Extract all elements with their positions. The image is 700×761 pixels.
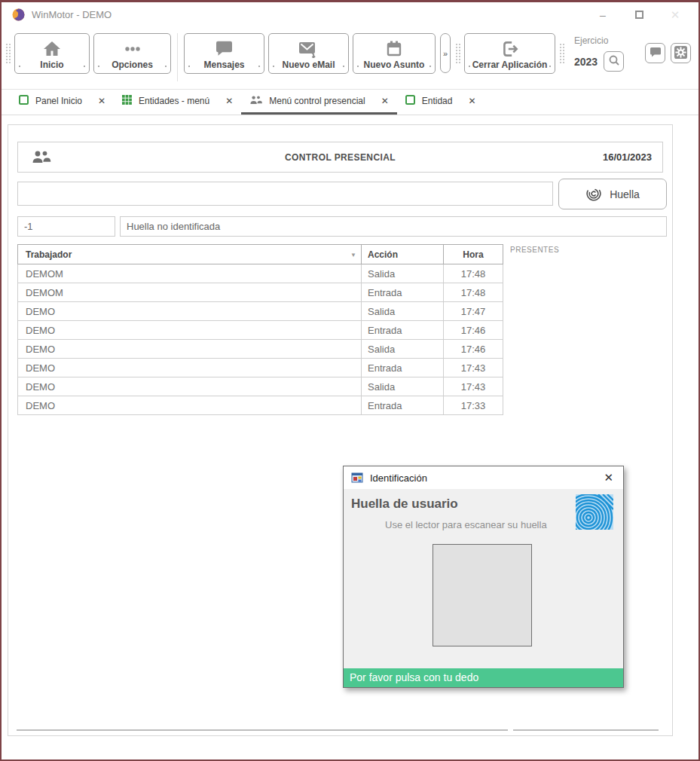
minimize-button[interactable]: – [595, 9, 611, 21]
cell-trabajador: DEMO [18, 340, 362, 359]
table-header-row: ▼ Trabajador Acción Hora [18, 245, 503, 264]
nuevo-email-button[interactable]: Nuevo eMail [268, 33, 349, 74]
email-icon [298, 38, 319, 60]
huella-button-label: Huella [610, 188, 640, 200]
mensajes-button[interactable]: Mensajes [184, 33, 264, 74]
table-row[interactable]: DEMOEntrada17:46 [18, 321, 503, 340]
tab-close-icon[interactable]: ✕ [468, 96, 475, 106]
tab-label: Entidades - menú [139, 96, 209, 106]
cell-hora: 17:48 [444, 283, 503, 302]
column-header-hora[interactable]: Hora [444, 245, 503, 264]
cell-trabajador: DEMO [18, 377, 362, 396]
cell-hora: 17:46 [444, 340, 503, 359]
people-icon [30, 151, 51, 164]
maximize-icon [635, 11, 643, 19]
ejercicio-search-button[interactable] [604, 51, 624, 72]
cell-accion: Salida [362, 302, 444, 321]
gear-icon [674, 46, 687, 61]
tab-bar: Panel Inicio ✕ Entidades - menú ✕ Menú c… [2, 90, 698, 115]
maximize-button[interactable] [631, 9, 647, 21]
bottom-divider-right [513, 729, 659, 731]
code-input[interactable] [17, 216, 115, 237]
opciones-button[interactable]: Opciones [93, 33, 171, 74]
inicio-button[interactable]: Inicio [14, 33, 90, 74]
tab-label: Panel Inicio [35, 96, 82, 106]
table-row[interactable]: DEMOSalida17:43 [18, 377, 503, 396]
toolbar-grip[interactable] [455, 43, 462, 64]
attendance-table-body: DEMOMSalida17:48DEMOMEntrada17:48DEMOSal… [18, 264, 503, 415]
window-controls: – ✕ [595, 8, 688, 22]
tab-close-icon[interactable]: ✕ [381, 96, 389, 106]
app-window: WinMotor - DEMO – ✕ Inicio Opciones [0, 0, 700, 761]
dialog-heading: Huella de usuario [351, 497, 458, 512]
cell-accion: Salida [362, 340, 444, 359]
cell-hora: 17:46 [444, 321, 503, 340]
dialog-title: Identificación [370, 472, 427, 484]
column-header-accion[interactable]: Acción [362, 245, 444, 264]
cerrar-aplicacion-button[interactable]: Cerrar Aplicación [464, 33, 555, 74]
tab-close-icon[interactable]: ✕ [225, 96, 233, 106]
tab-panel-inicio[interactable]: Panel Inicio ✕ [11, 90, 114, 115]
cell-hora: 17:43 [444, 359, 503, 377]
opciones-label: Opciones [107, 60, 157, 70]
table-row[interactable]: DEMOEntrada17:43 [18, 359, 503, 377]
tab-entidades-menu[interactable]: Entidades - menú ✕ [114, 90, 241, 115]
cell-hora: 17:47 [444, 302, 503, 321]
people-icon [249, 94, 262, 108]
tab-close-icon[interactable]: ✕ [98, 96, 105, 106]
filter-caret-icon[interactable]: ▼ [350, 252, 356, 258]
app-logo-icon [12, 8, 25, 21]
table-row[interactable]: DEMOSalida17:46 [18, 340, 503, 359]
status-input[interactable] [120, 216, 667, 237]
toolbar-grip[interactable] [559, 43, 566, 64]
nuevo-asunto-button[interactable]: Nuevo Asunto [353, 33, 436, 74]
tab-entidad[interactable]: Entidad ✕ [397, 90, 484, 115]
ejercicio-value: 2023 [574, 56, 598, 68]
ellipsis-icon [123, 38, 142, 60]
toolbar: Inicio Opciones Mensajes [2, 27, 698, 90]
grid-icon [122, 94, 132, 108]
presentes-label: PRESENTES [510, 246, 559, 254]
exit-icon [500, 38, 520, 60]
cell-hora: 17:33 [444, 396, 503, 415]
panel-header: CONTROL PRESENCIAL 16/01/2023 [17, 142, 663, 173]
cell-trabajador: DEMOM [18, 264, 362, 283]
nuevo-asunto-label: Nuevo Asunto [359, 60, 429, 70]
dialog-subtext: Use el lector para escanear su huella [385, 519, 547, 530]
dialog-status-bar: Por favor pulsa con tu dedo [344, 668, 623, 687]
dialog-close-button[interactable]: ✕ [601, 471, 616, 484]
search-input[interactable] [17, 182, 553, 206]
huella-button[interactable]: Huella [558, 179, 667, 209]
window-title: WinMotor - DEMO [32, 9, 112, 20]
settings-button[interactable] [671, 43, 691, 63]
search-icon [608, 54, 620, 69]
toolbar-grip[interactable] [5, 43, 12, 64]
message-icon [215, 38, 234, 60]
cell-trabajador: DEMOM [18, 283, 362, 302]
tab-menu-control-presencial[interactable]: Menú control presencial ✕ [241, 90, 396, 115]
bottom-divider-left [17, 729, 508, 731]
column-header-trabajador[interactable]: ▼ Trabajador [18, 245, 362, 264]
cell-accion: Entrada [362, 321, 444, 340]
inicio-label: Inicio [35, 60, 68, 70]
ejercicio-label: Ejercicio [574, 35, 624, 46]
identificacion-dialog: Identificación ✕ Huella de usuario Use e… [343, 466, 624, 688]
calendar-icon [385, 38, 403, 60]
toolbar-separator [177, 33, 178, 81]
table-row[interactable]: DEMOSalida17:47 [18, 302, 503, 321]
attendance-table: ▼ Trabajador Acción Hora DEMOMSalida17:4… [17, 244, 503, 415]
dialog-title-bar: Identificación ✕ [344, 466, 623, 489]
table-row[interactable]: DEMOMSalida17:48 [18, 264, 503, 283]
table-row[interactable]: DEMOEntrada17:33 [18, 396, 503, 415]
cell-accion: Entrada [362, 396, 444, 415]
cell-accion: Salida [362, 377, 444, 396]
close-button[interactable]: ✕ [667, 8, 683, 22]
ejercicio-block: Ejercicio 2023 [574, 35, 624, 72]
chat-button[interactable] [645, 43, 665, 63]
fingerprint-scan-box [433, 544, 532, 646]
toolbar-overflow-button[interactable]: » [440, 33, 451, 73]
nuevo-email-label: Nuevo eMail [277, 60, 339, 70]
cell-hora: 17:43 [444, 377, 503, 396]
dialog-body: Huella de usuario Use el lector para esc… [344, 489, 623, 687]
table-row[interactable]: DEMOMEntrada17:48 [18, 283, 503, 302]
